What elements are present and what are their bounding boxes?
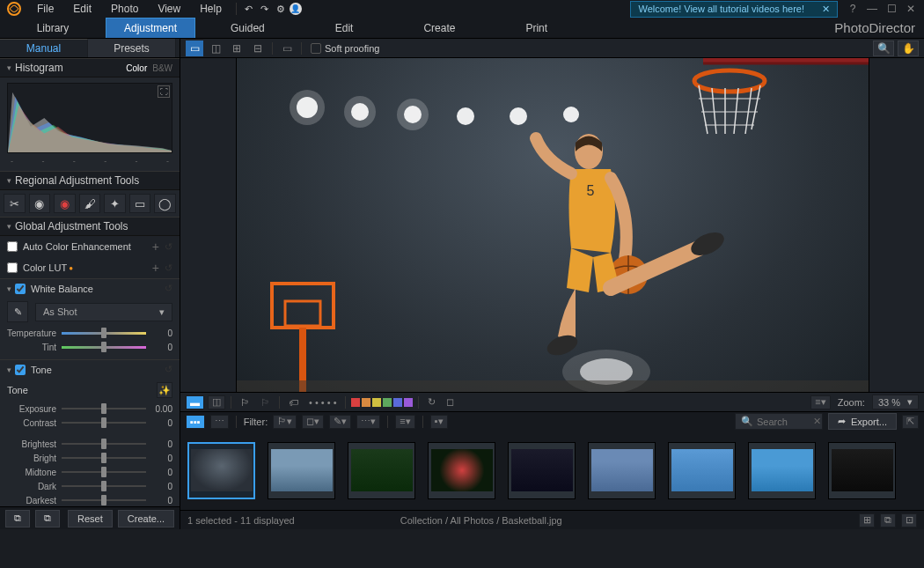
darkest-slider[interactable] <box>62 495 146 505</box>
create-button[interactable]: Create... <box>118 510 174 527</box>
thumbnail-iceberg[interactable] <box>268 442 335 499</box>
help-button[interactable]: ? <box>847 3 859 15</box>
tone-header[interactable]: ▾ Tone ↺ <box>0 359 180 379</box>
close-icon[interactable]: ✕ <box>822 4 830 15</box>
section-histogram[interactable]: ▾ Histogram Color B&W <box>0 58 180 77</box>
redeye-tool-button[interactable]: ◉ <box>54 194 76 213</box>
color-lut-item[interactable]: Color LUT ● + ↺ <box>0 257 180 278</box>
thumb-size-2-button[interactable]: ⋯ <box>210 415 229 429</box>
contrast-slider[interactable] <box>62 417 146 428</box>
selection-tool-button[interactable]: ✦ <box>104 194 126 213</box>
plus-icon[interactable]: + <box>152 261 159 275</box>
reset-icon[interactable]: ↺ <box>165 364 172 375</box>
histogram-expand-icon[interactable]: ⛶ <box>158 85 170 98</box>
view-grid-button[interactable]: ⊟ <box>249 41 267 56</box>
maximize-button[interactable]: ☐ <box>885 3 898 15</box>
tone-checkbox[interactable] <box>15 365 26 375</box>
stack-button[interactable]: ▪▾ <box>430 415 448 429</box>
section-regional[interactable]: ▾ Regional Adjustment Tools <box>0 171 180 190</box>
white-balance-header[interactable]: ▾ White Balance ↺ <box>0 278 180 298</box>
close-button[interactable]: ✕ <box>905 3 917 15</box>
color-lut-checkbox[interactable] <box>7 262 18 273</box>
tint-slider[interactable] <box>62 342 146 352</box>
color-label-swatch[interactable] <box>351 398 360 407</box>
histogram-mode-bw[interactable]: B&W <box>152 63 172 73</box>
exposure-slider[interactable] <box>62 403 146 414</box>
paste-adjustments-button[interactable]: ⧉ <box>35 510 60 527</box>
section-global[interactable]: ▾ Global Adjustment Tools <box>0 217 180 236</box>
spot-tool-button[interactable]: ◉ <box>29 194 51 213</box>
tab-adjustment[interactable]: Adjustment <box>106 18 195 38</box>
filter-rating-button[interactable]: ✎▾ <box>329 415 351 429</box>
settings-icon[interactable]: ⚙ <box>274 2 288 16</box>
tag-button[interactable]: 🏷 <box>285 395 302 409</box>
status-icon-3[interactable]: ⊡ <box>901 513 917 527</box>
tab-guided[interactable]: Guided <box>213 18 282 38</box>
view-split-button[interactable]: ◫ <box>207 41 224 56</box>
auto-color-checkbox[interactable] <box>7 241 18 252</box>
tab-create[interactable]: Create <box>406 18 473 38</box>
subtab-manual[interactable]: Manual <box>0 39 88 57</box>
thumbnail-dancer[interactable] <box>668 442 736 499</box>
pan-tool-button[interactable]: ✋ <box>898 41 919 56</box>
midtone-slider[interactable] <box>62 467 146 477</box>
filter-star-button[interactable]: ⋯▾ <box>356 415 380 429</box>
tab-library[interactable]: Library <box>0 18 106 38</box>
white-balance-select[interactable]: As Shot ▾ <box>35 303 172 321</box>
thumbnail-forest[interactable] <box>348 442 415 499</box>
menu-view[interactable]: View <box>149 1 189 17</box>
color-label-swatch[interactable] <box>393 398 402 407</box>
clear-search-icon[interactable]: ✕ <box>813 416 821 427</box>
eyedropper-button[interactable]: ✎ <box>7 301 28 322</box>
white-balance-checkbox[interactable] <box>15 284 26 294</box>
auto-tone-button[interactable]: ✨ <box>157 382 172 398</box>
sidebar-scroll[interactable]: ▾ Histogram Color B&W ⛶ <box>0 58 180 506</box>
filter-tag-button[interactable]: ◻▾ <box>302 415 324 429</box>
crop-button[interactable]: ◻ <box>443 395 458 409</box>
thumbnail-neon[interactable] <box>508 442 576 499</box>
zoom-select[interactable]: 33 % ▾ <box>872 395 919 409</box>
copy-adjustments-button[interactable]: ⧉ <box>5 510 30 527</box>
filter-flag-button[interactable]: 🏳▾ <box>273 415 297 429</box>
view-compare-button[interactable]: ⊞ <box>228 41 246 56</box>
user-icon[interactable]: 👤 <box>290 3 302 15</box>
view-single-button[interactable]: ▭ <box>186 41 203 56</box>
reset-button[interactable]: Reset <box>68 510 113 527</box>
plus-icon[interactable]: + <box>152 240 159 254</box>
export-button[interactable]: ➦ Export... <box>828 413 897 430</box>
tab-print[interactable]: Print <box>508 18 565 38</box>
color-label-swatch[interactable] <box>383 398 392 407</box>
thumbnail-wave[interactable] <box>748 442 816 499</box>
soft-proofing-toggle[interactable]: Soft proofing <box>311 43 379 54</box>
tutorial-banner[interactable]: Welcome! View all tutorial videos here! … <box>630 1 838 18</box>
rotate-button[interactable]: ↻ <box>424 395 439 409</box>
menu-file[interactable]: File <box>28 1 62 17</box>
menu-edit[interactable]: Edit <box>64 1 100 17</box>
soft-proofing-checkbox[interactable] <box>311 43 321 54</box>
status-icon-1[interactable]: ⊞ <box>859 513 875 527</box>
brightest-slider[interactable] <box>62 439 146 449</box>
layout-toggle-button[interactable]: ≡▾ <box>810 395 830 409</box>
view-mode-2-button[interactable]: ◫ <box>208 395 225 409</box>
status-icon-2[interactable]: ⧉ <box>880 513 896 527</box>
color-label-swatch[interactable] <box>372 398 381 407</box>
bright-slider[interactable] <box>62 453 146 463</box>
color-label-swatch[interactable] <box>404 398 413 407</box>
redo-icon[interactable]: ↷ <box>258 2 272 16</box>
minimize-button[interactable]: — <box>866 3 878 15</box>
thumbnail-legs[interactable] <box>828 442 896 499</box>
crop-tool-button[interactable]: ✂ <box>4 194 26 213</box>
search-input[interactable] <box>757 417 810 427</box>
canvas[interactable]: 5 <box>180 58 924 392</box>
color-label-swatch[interactable] <box>362 398 370 407</box>
gradient-tool-button[interactable]: ▭ <box>129 194 151 213</box>
view-mode-1-button[interactable]: ▬ <box>186 395 204 409</box>
brush-tool-button[interactable]: 🖌 <box>79 194 101 213</box>
reject-button[interactable]: 🏳 <box>257 395 274 409</box>
temperature-slider[interactable] <box>62 328 146 338</box>
thumbnail-strip[interactable] <box>180 431 924 510</box>
view-secondary-button[interactable]: ▭ <box>278 41 296 56</box>
share-button[interactable]: ⇱ <box>902 415 919 429</box>
thumbnail-rocket[interactable] <box>588 442 656 499</box>
thumbnail-leaf[interactable] <box>428 442 495 499</box>
